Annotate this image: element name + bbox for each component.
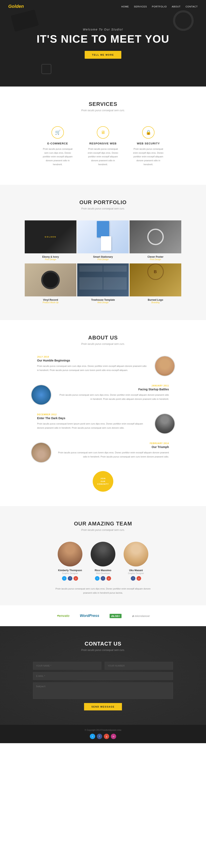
timeline-img-3: [154, 413, 175, 434]
portfolio-item-burned[interactable]: B Burned Logo Branding: [129, 264, 181, 306]
kimberly-facebook[interactable]: f: [68, 576, 72, 581]
timeline-text-1: Proin iaculis purus consequat sem curs d…: [37, 364, 148, 372]
wallet-decoration: [11, 9, 39, 32]
hero-section: Welcome To Our Studio! IT'S NICE TO MEET…: [0, 0, 206, 87]
kimberly-socials: t f g: [58, 576, 82, 581]
services-section: SERVICES Proin iaculis purus consequat s…: [0, 87, 206, 185]
envato-label: envato: [59, 614, 70, 618]
hero-subtitle: Welcome To Our Studio!: [37, 28, 170, 31]
poster-content: [129, 220, 181, 253]
contact-row-2: [33, 672, 173, 680]
microlancer-label: ◈ microlancer: [132, 614, 150, 618]
ecommerce-icon: 🛒: [52, 126, 64, 138]
contact-name-input[interactable]: [33, 662, 101, 670]
burned-label: Burned Logo: [129, 299, 181, 301]
timeline-img-inner-3: [155, 414, 175, 433]
vinyl-label: Vinyl Record: [25, 299, 77, 301]
security-title: Web Security: [132, 142, 165, 145]
portfolio-item-vinyl[interactable]: Vinyl Record Product Mock-Up: [25, 264, 77, 306]
burned-type: Branding: [129, 301, 181, 304]
watch-decoration: [41, 64, 52, 74]
hero-cta-button[interactable]: TELL ME MORE: [85, 51, 121, 59]
uku-photo: [124, 542, 148, 566]
timeline-heading-4: Our Triumph: [58, 445, 169, 448]
nav-services[interactable]: Services: [134, 5, 147, 8]
kimberly-twitter[interactable]: t: [62, 576, 66, 581]
services-title: SERVICES: [0, 101, 206, 107]
nav-about[interactable]: About: [172, 5, 181, 8]
nav-home[interactable]: Home: [121, 5, 129, 8]
stationary-image: [77, 220, 129, 253]
timeline-img-inner-1: [155, 356, 175, 376]
rico-role: Web Developer: [91, 572, 115, 575]
footer-socials: t f g in: [0, 734, 206, 739]
security-text: Proin iaculis purus consequat enim excep…: [132, 147, 165, 166]
stationary-label: Smart Stationary: [77, 255, 129, 258]
responsive-title: Responsive Web: [87, 142, 119, 145]
footer-copyright: © Copyright 2014 Freedom&power.crew: [0, 729, 206, 731]
rico-facebook[interactable]: f: [101, 576, 105, 581]
footer-instagram[interactable]: in: [111, 734, 116, 739]
partners-inner: ✦envato WordPress de.hb+ ◈ microlancer: [0, 614, 206, 618]
contact-send-button[interactable]: SEND MESSAGE: [84, 703, 122, 710]
timeline-img-2: [31, 384, 52, 405]
cta-circle-button[interactable]: JOIN OUR COMUNITY: [93, 471, 113, 492]
partner-wordpress: WordPress: [80, 614, 99, 618]
partners-section: ✦envato WordPress de.hb+ ◈ microlancer: [0, 606, 206, 626]
timeline-item-2: JANUARY 2011 Facing Startup Battles Proi…: [31, 384, 175, 405]
timeline-date-1: JULY 2010: [37, 356, 148, 358]
contact-section: CONTACT US Proin iaculis purus consequat…: [0, 626, 206, 725]
timeline-content-3: DECEMBER 2012 Enter The Dark Days Proin …: [31, 413, 154, 430]
team-member-uku: Uku Masani Graphic Designer f g: [124, 542, 148, 581]
team-subtitle: Proin iaculis purus consequat sem curs.: [0, 529, 206, 531]
nav-portfolio[interactable]: Portfolio: [152, 5, 167, 8]
team-title: OUR AMAZING TEAM: [0, 521, 206, 527]
kimberly-google[interactable]: g: [73, 576, 78, 581]
contact-email-input[interactable]: [33, 672, 173, 680]
uku-facebook[interactable]: f: [131, 576, 135, 581]
timeline-date-4: FEBRUARY 2014: [58, 442, 169, 444]
rico-name: Rico Massimo: [91, 569, 115, 572]
contact-subtitle: Proin iaculis purus consequat sem curs.: [0, 649, 206, 652]
responsive-text: Proin iaculis purus consequat enim excep…: [87, 147, 119, 166]
timeline-heading-1: Our Humble Beginnings: [37, 359, 148, 362]
rico-twitter[interactable]: t: [95, 576, 99, 581]
contact-message-textarea[interactable]: [33, 682, 173, 699]
timeline-img-inner-2: [31, 385, 51, 405]
tree-card-4: [104, 277, 127, 289]
footer-facebook[interactable]: f: [97, 734, 102, 739]
service-ecommerce: 🛒 E-Commerce Proin iaculis purus consequ…: [35, 122, 80, 170]
partner-envato: ✦envato: [56, 614, 70, 618]
rico-google[interactable]: g: [107, 576, 111, 581]
ebony-type: Print Design: [25, 258, 77, 260]
vinyl-content: [25, 264, 77, 297]
about-section: ABOUT US Proin iaculis purus consequat s…: [0, 320, 206, 506]
timeline-img-inner-4: [31, 443, 51, 462]
nav-contact[interactable]: Contact: [186, 5, 198, 8]
footer-google[interactable]: g: [104, 734, 109, 739]
contact-phone-input[interactable]: [105, 662, 173, 670]
tree-card-3: [79, 277, 102, 289]
tree-card-2: [104, 266, 127, 272]
uku-google[interactable]: g: [137, 576, 141, 581]
kimberly-name: Kimberly Thompson: [58, 569, 82, 572]
team-description: Proin iaculis purus consequat sem curs d…: [52, 587, 154, 595]
footer: © Copyright 2014 Freedom&power.crew t f …: [0, 725, 206, 743]
portfolio-item-treehouse[interactable]: Treehouse Template Web Design: [77, 264, 129, 306]
portfolio-item-stationary[interactable]: Smart Stationary Print Design: [77, 220, 129, 262]
partner-microlancer: ◈ microlancer: [132, 614, 150, 618]
portfolio-item-ebony[interactable]: GOLDEN Ebony & Ivory Print Design: [25, 220, 77, 262]
rico-socials: t f g: [91, 576, 115, 581]
portfolio-item-poster[interactable]: Clever Poster Print Design: [129, 220, 181, 262]
navigation: Golden Home Services Portfolio About Con…: [0, 0, 206, 13]
portfolio-title: OUR PORTFOLIO: [0, 199, 206, 206]
services-grid: 🛒 E-Commerce Proin iaculis purus consequ…: [0, 122, 206, 170]
ebony-content: GOLDEN: [25, 220, 77, 253]
about-subtitle: Proin iaculis purus consequat sem curs.: [31, 343, 175, 345]
poster-circle: [147, 229, 164, 245]
footer-twitter[interactable]: t: [90, 734, 95, 739]
treehouse-type: Web Design: [77, 301, 129, 304]
hero-content: Welcome To Our Studio! IT'S NICE TO MEET…: [37, 28, 170, 59]
envato-mark: ✦: [56, 614, 59, 618]
timeline-item-4: FEBRUARY 2014 Our Triumph Proin iaculis …: [31, 442, 175, 463]
